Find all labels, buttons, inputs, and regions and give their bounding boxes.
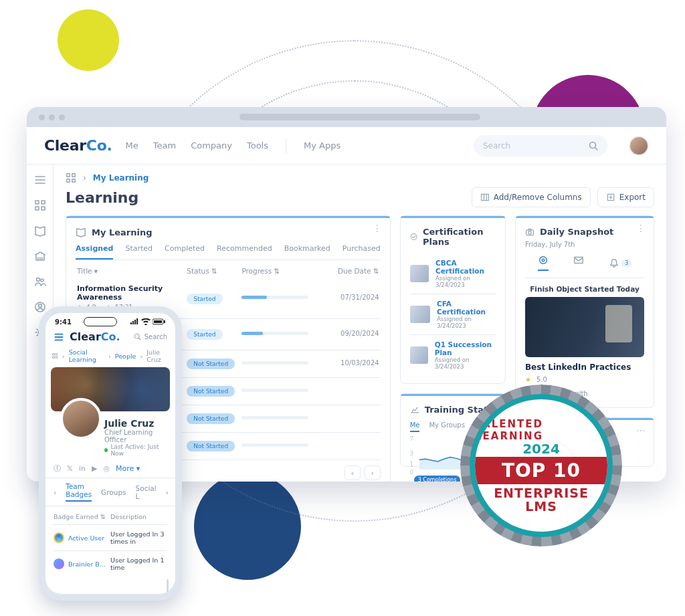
- daily-snapshot-card: ⋮ Daily Snapshot Friday, July 7th 3 Fini…: [515, 215, 654, 408]
- phone-time: 9:41: [55, 318, 72, 326]
- tab-completed[interactable]: Completed: [165, 244, 205, 260]
- svg-point-6: [36, 278, 39, 282]
- nav-me[interactable]: Me: [126, 140, 138, 150]
- nav-company[interactable]: Company: [191, 140, 232, 150]
- nav-myapps[interactable]: My Apps: [304, 140, 340, 150]
- tab-team-badges[interactable]: Team Badges: [66, 482, 92, 502]
- search-icon: [589, 141, 598, 150]
- svg-rect-11: [67, 174, 70, 177]
- kebab-icon[interactable]: ⋮: [373, 223, 383, 233]
- profile-cover: [51, 367, 170, 411]
- apps-icon[interactable]: [52, 352, 58, 360]
- svg-point-7: [41, 279, 43, 282]
- add-remove-columns-button[interactable]: Add/Remove Columns: [472, 187, 591, 207]
- svg-rect-31: [56, 354, 57, 355]
- nav-team[interactable]: Team: [153, 140, 176, 150]
- stats-tab-me[interactable]: Me: [410, 421, 420, 432]
- certification-card: Certification Plans CBCA CertificationAs…: [400, 215, 506, 384]
- svg-point-9: [38, 304, 41, 308]
- course-hero[interactable]: [525, 297, 644, 357]
- people-icon[interactable]: [34, 276, 46, 288]
- chart-icon: [410, 405, 419, 415]
- svg-line-1: [595, 148, 597, 150]
- more-link[interactable]: More ▾: [116, 464, 140, 473]
- menu-icon[interactable]: [54, 332, 64, 342]
- snapshot-tab-alerts[interactable]: 3: [609, 255, 631, 271]
- breadcrumb: › My Learning: [66, 173, 654, 183]
- search-input[interactable]: Search: [474, 135, 607, 157]
- brand-logo: ClearCo.: [44, 137, 112, 154]
- book-icon: [76, 227, 86, 237]
- book-icon[interactable]: [34, 225, 46, 237]
- tab-assigned[interactable]: Assigned: [76, 244, 113, 260]
- tab-groups[interactable]: Groups: [101, 488, 126, 496]
- svg-rect-15: [481, 194, 488, 200]
- kebab-icon[interactable]: ⋯: [636, 425, 647, 435]
- svg-rect-13: [67, 179, 70, 182]
- brand-logo: ClearCo.: [70, 330, 120, 343]
- svg-rect-30: [53, 354, 54, 355]
- profile-avatar[interactable]: [60, 398, 102, 439]
- x-icon[interactable]: 𝕏: [67, 464, 73, 473]
- tab-recommended[interactable]: Recommended: [217, 244, 272, 260]
- svg-rect-26: [154, 320, 162, 323]
- breadcrumb-current[interactable]: My Learning: [93, 173, 149, 183]
- badge-row[interactable]: Brainier B...User Logged In 1 time: [54, 550, 167, 577]
- profile-role: Chief Learning Officer: [104, 429, 167, 443]
- menu-icon[interactable]: [34, 174, 46, 186]
- last-active: Last Active: Just Now: [104, 443, 167, 457]
- kebab-icon[interactable]: ⋮: [636, 223, 647, 233]
- mobile-search[interactable]: Search: [134, 333, 167, 341]
- topnav: ClearCo. Me Team Company Tools My Apps S…: [27, 127, 666, 165]
- library-icon[interactable]: [34, 250, 46, 262]
- svg-point-0: [590, 142, 596, 148]
- user-avatar[interactable]: [629, 136, 649, 156]
- svg-rect-24: [575, 258, 583, 264]
- svg-rect-5: [41, 207, 45, 210]
- nav-tools[interactable]: Tools: [247, 140, 268, 150]
- snapshot-tab-target[interactable]: [538, 255, 549, 271]
- course-title[interactable]: Best LinkedIn Practices: [525, 363, 644, 372]
- profile-icon[interactable]: [34, 301, 46, 313]
- camera-icon: [525, 227, 534, 237]
- tab-purchased[interactable]: Purchased: [342, 244, 381, 260]
- check-circle-icon: [410, 232, 417, 241]
- svg-rect-27: [164, 320, 165, 323]
- export-button[interactable]: Export: [597, 187, 654, 207]
- facebook-icon[interactable]: ⓕ: [54, 464, 61, 474]
- mobile-mock: 9:41 ClearCo. Search ›Social Learning›Pe…: [39, 306, 182, 601]
- cert-item[interactable]: Q1 Succession PlanAssigned on 3/24/2023: [410, 335, 496, 375]
- cert-item[interactable]: CBCA CertificationAssigned on 3/24/2023: [410, 253, 496, 294]
- badge-row[interactable]: Active UserUser Logged In 3 times in: [54, 524, 167, 550]
- instagram-icon[interactable]: ◎: [103, 464, 110, 473]
- svg-line-29: [138, 338, 140, 340]
- prev-page-button[interactable]: ‹: [345, 466, 361, 480]
- social-links[interactable]: ⓕ 𝕏 in ▶ ◎ More ▾: [45, 459, 175, 478]
- apps-icon[interactable]: [34, 199, 46, 211]
- browser-chrome: [27, 107, 666, 127]
- svg-point-22: [539, 257, 547, 264]
- svg-rect-33: [56, 356, 57, 358]
- svg-point-23: [542, 259, 545, 262]
- linkedin-icon[interactable]: in: [79, 464, 86, 473]
- snapshot-tab-mail[interactable]: [573, 255, 584, 271]
- tab-started[interactable]: Started: [125, 244, 153, 260]
- svg-rect-14: [72, 179, 75, 182]
- decor-yellow-circle: [58, 9, 119, 71]
- apps-icon[interactable]: [66, 173, 76, 183]
- chevron-right-icon[interactable]: ›: [166, 488, 169, 496]
- tab-bookmarked[interactable]: Bookmarked: [284, 244, 330, 260]
- url-bar: [239, 114, 480, 120]
- completions-pill: 3 Completions: [414, 476, 461, 482]
- profile-name: Julie Cruz: [104, 418, 167, 429]
- award-badge: {} TALENTED LEARNING 2024 TOP 10 ENTERPR…: [458, 382, 625, 549]
- chevron-left-icon[interactable]: ‹: [54, 488, 56, 496]
- cert-item[interactable]: CFA CertificationAssigned on 3/24/2023: [410, 294, 496, 335]
- tab-social[interactable]: Social L: [136, 484, 157, 500]
- status-icons: [130, 318, 166, 325]
- export-icon: [606, 193, 615, 202]
- svg-rect-2: [35, 201, 39, 204]
- svg-rect-32: [53, 356, 54, 358]
- youtube-icon[interactable]: ▶: [92, 464, 97, 473]
- next-page-button[interactable]: ›: [365, 466, 381, 480]
